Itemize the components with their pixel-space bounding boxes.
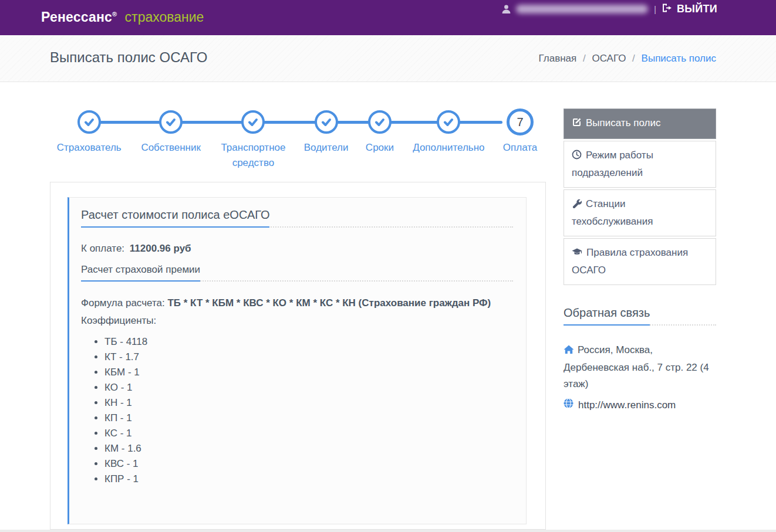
- brand-logo[interactable]: Ренессанс® страхование: [41, 9, 204, 25]
- step-label: Страхователь: [45, 140, 133, 155]
- coefficients-list: ТБ - 4118 КТ - 1.7 КБМ - 1 КО - 1 КН - 1…: [104, 334, 513, 487]
- coefficient-item: КВС - 1: [104, 456, 513, 472]
- step-payment-current[interactable]: 7 Оплата: [476, 109, 564, 155]
- formula-label: Формула расчета:: [81, 297, 165, 309]
- check-icon: [320, 116, 332, 128]
- step-done-circle: [315, 110, 338, 134]
- check-icon: [374, 116, 386, 128]
- calc-title: Расчет стоимости полиса еОСАГО: [81, 208, 269, 228]
- breadcrumb-separator: /: [583, 53, 586, 64]
- step-owner[interactable]: Собственник: [127, 109, 215, 155]
- sidebar-item-label: Выписать полис: [586, 117, 660, 128]
- coefficient-item: КБМ - 1: [104, 365, 513, 380]
- breadcrumb-current[interactable]: Выписать полис: [642, 53, 716, 64]
- premium-title-row: Расчет страховой премии: [81, 255, 513, 282]
- formula-value: ТБ * КТ * КБМ * КВС * КО * КМ * КС * КН …: [167, 297, 491, 309]
- edit-icon: [572, 116, 582, 133]
- amount-due-line: К оплате: 11200.96 руб: [81, 243, 513, 255]
- logout-label: ВЫЙТИ: [677, 3, 717, 15]
- step-done-circle: [159, 110, 183, 134]
- breadcrumb-home[interactable]: Главная: [539, 53, 577, 64]
- sidebar-item-label: Станции техобслуживания: [572, 198, 653, 227]
- step-label: Транспортное средство: [215, 140, 291, 171]
- sidebar-item-insurance-rules[interactable]: Правила страхования ОСАГО: [564, 238, 716, 285]
- sidebar: Выписать полис Режим работы подразделени…: [564, 109, 716, 414]
- breadcrumb-separator: /: [632, 53, 635, 64]
- coefficient-item: КН - 1: [104, 395, 513, 411]
- user-icon: [501, 4, 511, 14]
- step-current-circle: 7: [507, 109, 534, 135]
- top-header-bar: Ренессанс® страхование | ВЫЙТИ: [0, 0, 776, 35]
- coefficient-item: КП - 1: [104, 411, 513, 426]
- step-insurer[interactable]: Страхователь: [45, 109, 133, 155]
- coefficients-label: Коэффициенты:: [81, 313, 513, 328]
- policy-calculation-card: Расчет стоимости полиса еОСАГО К оплате:…: [50, 182, 546, 530]
- step-done-circle: [368, 110, 392, 134]
- brand-name: Ренессанс: [41, 9, 112, 25]
- user-separator: |: [654, 5, 656, 14]
- sidebar-item-label: Правила страхования ОСАГО: [572, 247, 688, 276]
- check-icon: [83, 116, 95, 128]
- step-label: Оплата: [476, 140, 564, 155]
- user-name-redacted[interactable]: [516, 5, 648, 13]
- check-icon: [165, 116, 177, 128]
- page-bottom-strip: [0, 530, 776, 532]
- sidebar-item-working-hours[interactable]: Режим работы подразделений: [564, 141, 716, 188]
- calc-title-row: Расчет стоимости полиса еОСАГО: [81, 208, 513, 228]
- company-address: Россия, Москва, Дербеневская наб., 7 стр…: [564, 342, 716, 392]
- user-account-area: | ВЫЙТИ: [501, 3, 717, 15]
- policy-steps-progress: Страхователь Собственник Транспортное ср…: [50, 109, 546, 176]
- premium-title: Расчет страховой премии: [81, 264, 200, 282]
- check-icon: [247, 116, 259, 128]
- feedback-title: Обратная связь: [564, 306, 650, 326]
- brand-registered-mark: ®: [112, 11, 117, 18]
- step-done-circle: [241, 110, 265, 134]
- page-title: Выписать полис ОСАГО: [50, 49, 207, 66]
- logout-button[interactable]: ВЫЙТИ: [662, 3, 717, 15]
- sidebar-item-service-stations[interactable]: Станции техобслуживания: [564, 189, 716, 236]
- feedback-title-row: Обратная связь: [564, 306, 716, 326]
- step-label: Собственник: [127, 140, 215, 155]
- sidebar-item-label: Режим работы подразделений: [572, 150, 653, 178]
- amount-due-label: К оплате:: [81, 243, 124, 254]
- coefficient-item: КС - 1: [104, 426, 513, 441]
- breadcrumb-osago[interactable]: ОСАГО: [592, 53, 626, 64]
- company-website-link[interactable]: http://www.renins.com: [578, 397, 676, 414]
- step-done-circle: [77, 110, 101, 134]
- breadcrumb: Главная / ОСАГО / Выписать полис: [539, 53, 717, 65]
- coefficient-item: КПР - 1: [104, 472, 513, 487]
- coefficient-item: КТ - 1.7: [104, 350, 513, 365]
- globe-icon: [564, 397, 573, 414]
- calculation-panel: Расчет стоимости полиса еОСАГО К оплате:…: [68, 197, 527, 524]
- home-icon: [564, 343, 574, 360]
- formula-line: Формула расчета: ТБ * КТ * КБМ * КВС * К…: [81, 296, 513, 311]
- coefficient-item: КО - 1: [104, 380, 513, 395]
- coefficient-item: ТБ - 4118: [104, 334, 513, 350]
- graduation-cap-icon: [572, 246, 582, 262]
- page-header-band: Выписать полис ОСАГО Главная / ОСАГО / В…: [0, 35, 776, 82]
- step-done-circle: [437, 110, 460, 134]
- wrench-icon: [572, 197, 582, 214]
- clock-icon: [572, 148, 582, 165]
- company-website-line: http://www.renins.com: [564, 397, 716, 414]
- step-number: 7: [510, 111, 531, 133]
- amount-due-value: 11200.96 руб: [130, 243, 191, 254]
- sidebar-item-issue-policy[interactable]: Выписать полис: [564, 109, 716, 139]
- logout-icon: [662, 3, 673, 15]
- check-icon: [443, 116, 454, 128]
- company-address-text: Россия, Москва, Дербеневская наб., 7 стр…: [564, 344, 709, 389]
- coefficient-item: КМ - 1.6: [104, 441, 513, 456]
- brand-suffix: страхование: [125, 9, 204, 25]
